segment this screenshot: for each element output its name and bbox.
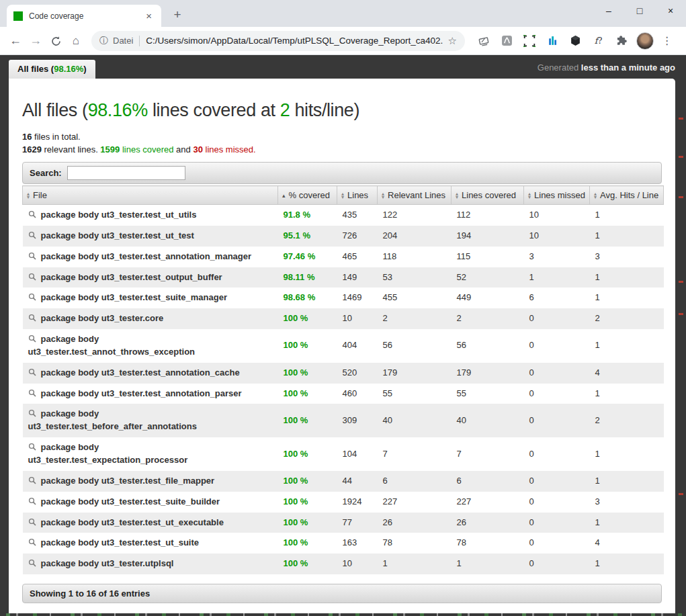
file-link[interactable]: package bodyut3_tester.test_expectation_… [23, 437, 278, 471]
back-button[interactable]: ← [5, 34, 26, 48]
cube-extension-icon[interactable] [567, 33, 583, 49]
file-link[interactable]: package body ut3_tester.test_annotation_… [23, 247, 278, 267]
reload-button[interactable] [46, 34, 66, 48]
cell-lines: 10 [337, 554, 378, 574]
table-row: package body ut3_tester.test_suite_manag… [23, 288, 664, 308]
home-button[interactable]: ⌂ [66, 34, 86, 48]
table-row: package body ut3_tester.test_suite_build… [23, 492, 664, 513]
forward-button[interactable]: → [26, 34, 46, 48]
cell-lines-covered: 1 [452, 554, 524, 574]
column-label: Relevant Lines [388, 190, 445, 200]
cell-relevant: 2 [378, 308, 452, 329]
file-link[interactable]: package bodyut3_tester.test_annot_throws… [23, 329, 278, 363]
showing-entries-bar: Showing 1 to 16 of 16 entries [22, 584, 662, 603]
column-header-relevant[interactable]: ▴▾Relevant Lines [378, 186, 452, 205]
report-tabbar: All files (98.16%) Generated less than a… [0, 55, 686, 79]
table-row: package bodyut3_tester.test_expectation_… [23, 437, 664, 471]
browser-menu-icon[interactable]: ⋮ [660, 34, 674, 47]
cell-relevant: 6 [378, 471, 452, 492]
function-extension-icon[interactable]: f? [591, 33, 607, 49]
screen-capture-extension-icon[interactable] [521, 33, 538, 49]
column-label: Lines missed [534, 190, 585, 200]
table-row: package body ut3_tester.test_ut_test95.1… [23, 226, 664, 247]
column-header-covered[interactable]: ▴% covered [278, 186, 337, 205]
file-name: package body ut3_tester.test_suite_build… [41, 496, 220, 507]
close-button[interactable]: × [655, 0, 686, 23]
covered-text: lines covered [120, 144, 173, 155]
column-header-avg-hits[interactable]: ▴▾Avg. Hits / Line [590, 186, 664, 205]
file-name: package body ut3_tester.test_suite_manag… [41, 292, 227, 302]
file-link[interactable]: package body ut3_tester.test_output_buff… [23, 267, 278, 288]
minimize-button[interactable]: – [593, 0, 624, 23]
pdf-extension-icon[interactable] [499, 33, 515, 49]
cell-lines: 1924 [337, 492, 378, 513]
cell-lines-missed: 1 [524, 267, 590, 288]
file-link[interactable]: package body ut3_tester.test_annotation_… [23, 363, 278, 384]
info-icon[interactable]: ⓘ [99, 35, 108, 47]
magnifier-icon [28, 518, 37, 527]
file-link[interactable]: package body ut3_tester.core [23, 308, 278, 329]
cell-lines: 163 [337, 533, 378, 554]
cell-covered: 100 % [278, 329, 337, 363]
cell-covered: 100 % [278, 554, 337, 574]
generated-timestamp: Generated less than a minute ago [538, 62, 675, 79]
extensions-puzzle-icon[interactable] [613, 33, 630, 49]
url-bar[interactable]: ⓘ Datei C:/Users/simon/AppData/Local/Tem… [91, 31, 465, 51]
file-name: package body ut3_tester.test_file_mapper [41, 476, 215, 486]
profile-avatar[interactable] [636, 32, 654, 50]
tab-all-files[interactable]: All files (98.16%) [9, 60, 95, 79]
magnifier-icon [28, 559, 37, 568]
browser-tab[interactable]: Code coverage × [7, 5, 161, 27]
cell-covered: 100 % [278, 471, 337, 492]
column-header-lines[interactable]: ▴▾Lines [337, 186, 378, 205]
file-name: package body ut3_tester.test_ut_utils [41, 210, 197, 220]
file-link[interactable]: package body ut3_tester.test_suite_build… [23, 492, 278, 513]
cell-avg-hits: 4 [590, 533, 664, 554]
file-link[interactable]: package body ut3_tester.test_suite_manag… [23, 288, 278, 308]
cell-relevant: 179 [378, 363, 452, 384]
cell-relevant: 227 [378, 492, 452, 513]
signature-extension-icon[interactable] [476, 33, 492, 49]
magnifier-icon [28, 443, 37, 451]
file-link[interactable]: package body ut3_tester.test_ut_suite [23, 533, 278, 554]
bookmark-star-icon[interactable]: ☆ [448, 35, 457, 47]
url-text[interactable]: C:/Users/simon/AppData/Local/Temp/utPLSQ… [146, 36, 442, 46]
magnifier-icon [28, 368, 37, 377]
file-link[interactable]: package body ut3_tester.test_file_mapper [23, 471, 278, 492]
column-header-lines-covered[interactable]: ▴▾Lines covered [452, 186, 524, 205]
missed-text: lines missed. [203, 144, 256, 155]
file-link[interactable]: package body ut3_tester.test_annotation_… [23, 384, 278, 404]
new-tab-button[interactable]: + [169, 7, 185, 22]
column-header-lines-missed[interactable]: ▴▾Lines missed [524, 186, 590, 205]
magnifier-icon [28, 314, 37, 322]
scroll-annotation-mark [679, 493, 683, 495]
column-label: % covered [289, 190, 330, 200]
maximize-button[interactable]: □ [624, 0, 655, 23]
file-name: package body [41, 442, 99, 452]
cell-covered: 95.1 % [278, 226, 337, 247]
cell-lines: 460 [337, 384, 378, 404]
file-name: ut3_tester.test_before_after_annotations [28, 421, 197, 431]
file-link[interactable]: package body ut3_tester.test_ut_executab… [23, 513, 278, 533]
table-row: package body ut3_tester.test_annotation_… [23, 247, 664, 267]
file-link[interactable]: package bodyut3_tester.test_before_after… [23, 404, 278, 437]
bar-chart-extension-icon[interactable] [544, 33, 560, 49]
clipped-content-strip [0, 613, 686, 616]
search-input[interactable] [67, 166, 185, 180]
file-name: package body ut3_tester.utplsql [41, 558, 174, 568]
cell-lines-covered: 6 [452, 471, 524, 492]
file-link[interactable]: package body ut3_tester.test_ut_test [23, 226, 278, 247]
magnifier-icon [28, 538, 37, 547]
file-link[interactable]: package body ut3_tester.utplsql [23, 554, 278, 574]
cell-lines-covered: 112 [452, 205, 524, 226]
tab-close-icon[interactable]: × [143, 10, 155, 21]
magnifier-icon [28, 476, 37, 485]
table-row: package body ut3_tester.core100 %102202 [23, 308, 664, 329]
scroll-annotation-mark [679, 196, 683, 198]
title-hits: 2 [280, 100, 290, 120]
file-link[interactable]: package body ut3_tester.test_ut_utils [23, 205, 278, 226]
cell-covered: 100 % [278, 308, 337, 329]
cell-avg-hits: 3 [590, 247, 664, 267]
column-header-file[interactable]: ▴▾File [23, 186, 278, 205]
scroll-annotation-mark [679, 156, 683, 158]
